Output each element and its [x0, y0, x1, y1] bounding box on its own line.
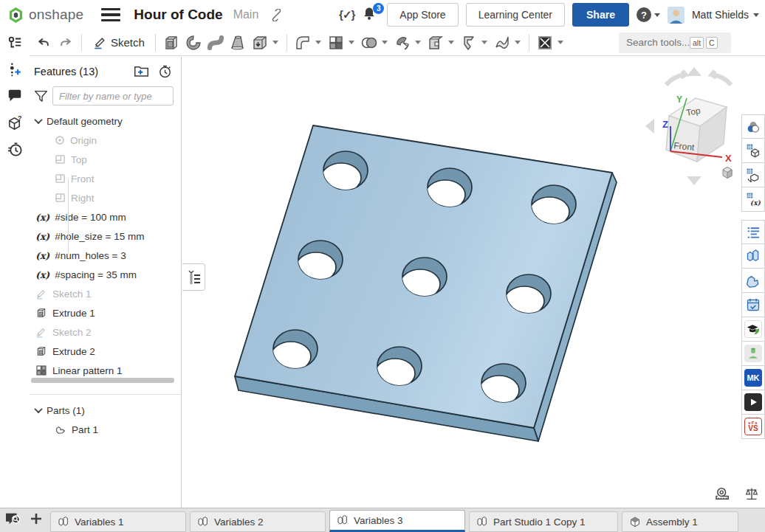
- versions-code-icon[interactable]: {✓}: [339, 8, 354, 21]
- link-icon[interactable]: [270, 9, 283, 21]
- default-view-cube-icon[interactable]: [720, 165, 735, 180]
- learn-cube-icon[interactable]: ?: [0, 109, 30, 136]
- app-store-button[interactable]: App Store: [387, 3, 458, 27]
- loft-tool[interactable]: [227, 32, 249, 54]
- thicken-dropdown-chevron[interactable]: [272, 41, 278, 44]
- workspace-label[interactable]: Main: [233, 8, 259, 21]
- rollback-history-icon[interactable]: [158, 64, 172, 79]
- sheet-metal-tool[interactable]: [458, 32, 480, 54]
- configurations-icon[interactable]: [741, 139, 765, 163]
- custom-tables-icon[interactable]: [741, 220, 765, 244]
- share-button[interactable]: Share: [572, 3, 629, 27]
- tree-item-sketch-2[interactable]: Sketch 2: [30, 322, 181, 342]
- tree-item-front-plane[interactable]: Front: [30, 169, 181, 188]
- tree-item-sketch-1[interactable]: Sketch 1: [30, 284, 181, 303]
- tree-item-extrude-1[interactable]: Extrude 1: [30, 303, 181, 322]
- avatar[interactable]: [668, 7, 685, 24]
- parts-list-icon[interactable]: [741, 244, 765, 269]
- surface-dropdown-chevron[interactable]: [515, 41, 521, 44]
- filter-input[interactable]: [52, 86, 174, 106]
- insert-item-icon[interactable]: [0, 56, 30, 83]
- classroom-app-icon[interactable]: [741, 317, 765, 342]
- sketch-button[interactable]: Sketch: [86, 32, 151, 54]
- tree-item-parts-section[interactable]: Parts (1): [30, 401, 181, 420]
- part-properties-icon[interactable]: [741, 269, 765, 293]
- split-tool[interactable]: [425, 32, 447, 54]
- vs-app-icon[interactable]: vFx VS: [741, 415, 765, 439]
- sketch-icon: [35, 327, 47, 338]
- video-app-icon[interactable]: [741, 390, 765, 415]
- tree-item-part-1[interactable]: Part 1: [30, 420, 181, 439]
- instructor-app-icon[interactable]: [741, 342, 765, 366]
- horizontal-scrollbar[interactable]: [31, 378, 174, 383]
- menu-icon[interactable]: [101, 8, 120, 21]
- view-cube[interactable]: Top Front Y Z X: [644, 63, 755, 188]
- boolean-tool[interactable]: [358, 32, 380, 54]
- tree-item-variable-side[interactable]: (x) #side = 100 mm: [30, 207, 181, 227]
- tree-item-top-plane[interactable]: Top: [30, 150, 181, 169]
- sheet-metal-dropdown-chevron[interactable]: [481, 41, 487, 44]
- delete-face-dropdown-chevron[interactable]: [558, 41, 563, 44]
- boolean-dropdown-chevron[interactable]: [382, 41, 388, 44]
- move-face-tool[interactable]: [391, 32, 414, 54]
- viewport-3d[interactable]: Top Front Y Z X: [182, 57, 765, 508]
- tab-part-studio-1-copy-1[interactable]: Part Studio 1 Copy 1: [469, 511, 618, 532]
- split-dropdown-chevron[interactable]: [448, 41, 454, 44]
- tree-item-variable-spacing[interactable]: (x) #spacing = 35 mm: [30, 265, 181, 284]
- tree-item-variable-hole-size[interactable]: (x) #hole_size = 15 mm: [30, 227, 181, 246]
- tree-item-extrude-2[interactable]: Extrude 2: [30, 342, 181, 361]
- onshape-logo[interactable]: onshape: [7, 7, 83, 24]
- filter-icon[interactable]: [34, 89, 48, 103]
- tab-variables-2[interactable]: Variables 2: [190, 511, 326, 532]
- history-icon[interactable]: [0, 136, 30, 162]
- new-folder-icon[interactable]: [134, 64, 149, 77]
- tab-label: Assembly 1: [646, 517, 698, 528]
- mk-app-icon[interactable]: MK: [741, 366, 765, 390]
- rotate-left-arrow[interactable]: [645, 119, 654, 134]
- manage-tabs-icon[interactable]: [4, 511, 22, 529]
- fillet-dropdown-chevron[interactable]: [315, 41, 321, 44]
- sketch-label: Sketch: [111, 36, 145, 49]
- learning-center-button[interactable]: Learning Center: [466, 3, 565, 27]
- extrude-tool[interactable]: [160, 32, 182, 54]
- pattern-tool[interactable]: [325, 32, 347, 54]
- tab-variables-1[interactable]: Variables 1: [50, 511, 186, 532]
- tab-assembly-1[interactable]: Assembly 1: [622, 511, 738, 532]
- tree-item-default-geometry[interactable]: Default geometry: [30, 111, 181, 131]
- tape-measure-icon[interactable]: [715, 487, 731, 503]
- tree-item-origin[interactable]: Origin: [30, 131, 181, 150]
- roll-left-arrow[interactable]: [666, 71, 685, 85]
- notifications-bell[interactable]: 3: [362, 5, 380, 24]
- variable-table-icon[interactable]: (x): [741, 187, 765, 212]
- surface-tool[interactable]: [491, 32, 513, 54]
- redo-button[interactable]: [55, 32, 77, 54]
- versions-calendar-icon[interactable]: [741, 293, 765, 317]
- appearance-icon[interactable]: [741, 114, 765, 139]
- tree-item-right-plane[interactable]: Right: [30, 188, 181, 207]
- part-studio-tab-icon: [337, 514, 349, 526]
- revolve-tool[interactable]: [182, 32, 205, 54]
- configured-features-icon[interactable]: [741, 163, 765, 187]
- help-menu[interactable]: ?: [637, 7, 660, 22]
- rotate-up-arrow[interactable]: [687, 67, 701, 76]
- search-tools-box[interactable]: alt C: [619, 32, 731, 53]
- feature-manager-icon[interactable]: [0, 30, 30, 56]
- tab-variables-3[interactable]: Variables 3: [329, 510, 465, 532]
- comment-icon[interactable]: [0, 83, 30, 109]
- mass-properties-scale-icon[interactable]: [744, 487, 759, 503]
- roll-right-arrow[interactable]: [712, 71, 731, 85]
- move-face-dropdown-chevron[interactable]: [415, 41, 421, 44]
- delete-face-tool[interactable]: [534, 32, 556, 54]
- add-tab-button[interactable]: [30, 512, 43, 528]
- fillet-tool[interactable]: [292, 32, 314, 54]
- tree-item-variable-num-holes[interactable]: (x) #num_holes = 3: [30, 246, 181, 265]
- rollback-bar-handle[interactable]: [182, 263, 205, 291]
- thicken-tool[interactable]: [249, 32, 271, 54]
- onshape-logo-icon: [7, 7, 24, 24]
- search-tools-input[interactable]: [619, 37, 690, 48]
- pattern-dropdown-chevron[interactable]: [349, 41, 354, 44]
- sweep-tool[interactable]: [205, 32, 227, 54]
- user-menu[interactable]: Matt Shields: [692, 9, 759, 21]
- undo-button[interactable]: [32, 32, 55, 54]
- rotate-down-arrow[interactable]: [687, 176, 701, 185]
